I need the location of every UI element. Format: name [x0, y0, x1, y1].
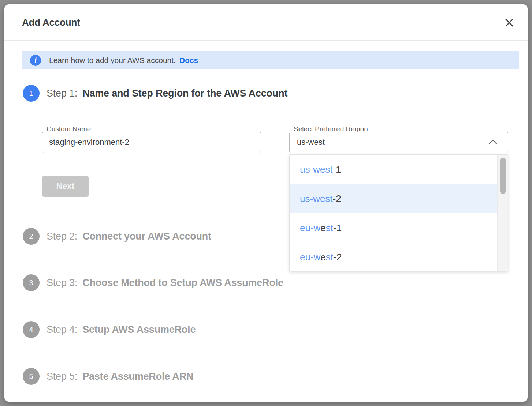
banner-text: Learn how to add your AWS account.	[49, 56, 176, 65]
step-2-title: Connect your AWS Account	[82, 231, 211, 242]
option-eu-west-1[interactable]: eu-west-1	[290, 213, 498, 243]
step-4-heading: Step 4:Setup AWS AssumeRole	[46, 324, 196, 335]
custom-name-input[interactable]	[42, 132, 261, 153]
step-connector-line	[31, 106, 31, 210]
step-1-heading: Step 1:Name and Step Region for the AWS …	[46, 88, 287, 99]
step-1-prefix: Step 1:	[46, 88, 77, 99]
step-4-row: 4 Step 4:Setup AWS AssumeRole	[23, 321, 196, 338]
step-5-prefix: Step 5:	[46, 371, 77, 382]
step-5-circle: 5	[23, 368, 40, 385]
region-dropdown: us-west-1 us-west-2 eu-west-1 eu-west-2	[289, 154, 508, 271]
step-3-heading: Step 3:Choose Method to Setup AWS Assume…	[46, 277, 283, 289]
info-banner: i Learn how to add your AWS account. Doc…	[22, 51, 519, 69]
dialog-header: Add Account	[4, 4, 528, 41]
step-5-row: 5 Step 5:Paste AssumeRole ARN	[23, 368, 193, 385]
add-account-dialog: Add Account i Learn how to add your AWS …	[4, 4, 528, 402]
step-2-circle: 2	[23, 228, 40, 245]
option-us-west-2[interactable]: us-west-2	[290, 184, 498, 213]
step-5-heading: Step 5:Paste AssumeRole ARN	[46, 371, 193, 382]
docs-link[interactable]: Docs	[179, 56, 198, 65]
dropdown-scrollbar-thumb[interactable]	[500, 158, 506, 194]
step-1-title: Name and Step Region for the AWS Account	[82, 88, 287, 99]
dialog-title: Add Account	[22, 17, 80, 28]
option-us-west-1[interactable]: us-west-1	[290, 155, 498, 184]
step-2-prefix: Step 2:	[46, 231, 77, 242]
step-4-prefix: Step 4:	[46, 324, 77, 335]
step-5-title: Paste AssumeRole ARN	[82, 371, 193, 382]
step-4-circle: 4	[23, 321, 40, 338]
step-2-heading: Step 2:Connect your AWS Account	[46, 231, 211, 242]
step-2-row: 2 Step 2:Connect your AWS Account	[23, 228, 211, 245]
step-3-prefix: Step 3:	[46, 277, 77, 288]
close-button[interactable]	[503, 16, 516, 29]
region-combobox[interactable]	[289, 132, 508, 153]
step-connector-line	[31, 297, 31, 316]
step-3-title: Choose Method to Setup AWS AssumeRole	[82, 277, 283, 288]
close-icon	[505, 18, 514, 27]
next-button[interactable]: Next	[42, 176, 89, 197]
step-1-circle: 1	[23, 85, 40, 102]
step-1-row: 1 Step 1:Name and Step Region for the AW…	[23, 85, 287, 102]
region-input[interactable]	[290, 132, 508, 153]
step-3-row: 3 Step 3:Choose Method to Setup AWS Assu…	[23, 274, 283, 291]
option-eu-west-2[interactable]: eu-west-2	[290, 243, 498, 272]
step-3-circle: 3	[23, 274, 40, 291]
step-connector-line	[31, 250, 31, 266]
dropdown-scrollbar[interactable]	[497, 155, 508, 271]
info-icon: i	[30, 55, 41, 66]
step-4-title: Setup AWS AssumeRole	[82, 324, 196, 335]
step-connector-line	[31, 344, 31, 362]
